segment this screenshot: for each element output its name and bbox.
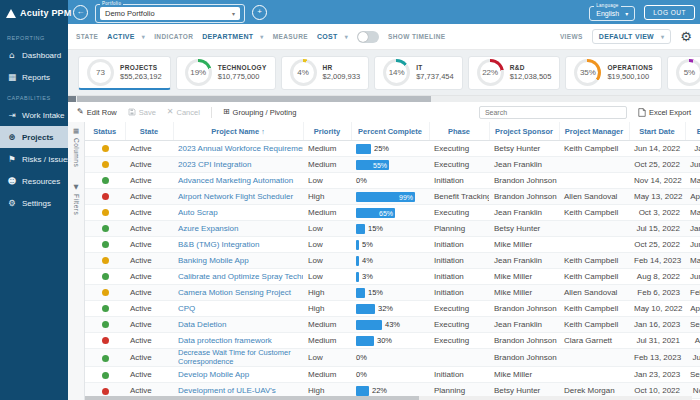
phase-cell[interactable]: Executing — [429, 205, 489, 221]
grouping-pivoting-button[interactable]: ⊞ Grouping / Pivoting — [223, 108, 297, 117]
state-cell[interactable]: Active — [125, 237, 173, 253]
end-date-cell[interactable]: Sep 10, 2023 — [685, 367, 700, 383]
state-cell[interactable]: Active — [125, 285, 173, 301]
table-row[interactable]: Active2023 Annual Workforce Requirements… — [85, 141, 700, 157]
project-sponsor-cell[interactable]: Mike Miller — [489, 237, 559, 253]
priority-cell[interactable]: Medium — [303, 157, 351, 173]
priority-cell[interactable]: Low — [303, 173, 351, 189]
project-manager-cell[interactable]: Keith Campbell — [559, 317, 629, 333]
project-name-link[interactable]: CPQ — [173, 301, 303, 317]
percent-complete-cell[interactable]: 0% — [351, 367, 429, 383]
table-scrollbar-thumb[interactable] — [85, 396, 419, 400]
state-select[interactable]: ACTIVE ▾ — [107, 33, 145, 40]
percent-complete-cell[interactable]: 43% — [351, 317, 429, 333]
project-manager-cell[interactable]: Allen Sandoval — [559, 285, 629, 301]
table-row[interactable]: ActiveCPQHigh32%ExecutingBrandon Johnson… — [85, 301, 700, 317]
status-cell[interactable] — [85, 141, 125, 157]
indicator-select[interactable]: DEPARTMENT ▾ — [202, 33, 263, 40]
filters-panel-tab[interactable]: ▼ Filters — [73, 183, 80, 215]
percent-complete-cell[interactable]: 99% — [351, 189, 429, 205]
status-cell[interactable] — [85, 237, 125, 253]
start-date-cell[interactable]: Jul 15, 2022 — [629, 221, 685, 237]
phase-cell[interactable]: Initiation — [429, 269, 489, 285]
project-name-link[interactable]: Data protection framework — [173, 333, 303, 349]
priority-cell[interactable]: Medium — [303, 317, 351, 333]
column-header-percent-complete[interactable]: Percent Complete — [351, 122, 429, 141]
start-date-cell[interactable]: Jun 14, 2022 — [629, 141, 685, 157]
project-name-link[interactable]: B&B (TMG) Integration — [173, 237, 303, 253]
priority-cell[interactable]: High — [303, 189, 351, 205]
state-cell[interactable]: Active — [125, 173, 173, 189]
end-date-cell[interactable]: Jun 26, 2023 — [685, 237, 700, 253]
project-sponsor-cell[interactable]: Brandon Johnson — [489, 333, 559, 349]
project-name-link[interactable]: Decrease Wait Time for Customer Correspo… — [173, 349, 303, 367]
status-cell[interactable] — [85, 367, 125, 383]
priority-cell[interactable]: Medium — [303, 141, 351, 157]
project-manager-cell[interactable]: Keith Campbell — [559, 301, 629, 317]
status-cell[interactable] — [85, 189, 125, 205]
end-date-cell[interactable]: Sep 20, 2023 — [685, 317, 700, 333]
kpi-card-it[interactable]: 14%IT$7,737,454 — [374, 56, 463, 90]
column-header-priority[interactable]: Priority — [303, 122, 351, 141]
table-row[interactable]: ActiveAzure ExpansionLow15%PlanningBetsy… — [85, 221, 700, 237]
project-manager-cell[interactable]: Keith Campbell — [559, 253, 629, 269]
sidebar-item-projects[interactable]: ⊛Projects — [0, 126, 68, 148]
status-cell[interactable] — [85, 221, 125, 237]
show-timeline-toggle[interactable] — [357, 31, 379, 43]
table-row[interactable]: ActiveCamera Motion Sensing ProjectHigh1… — [85, 285, 700, 301]
percent-complete-cell[interactable]: 3% — [351, 269, 429, 285]
start-date-cell[interactable]: Oct 25, 2022 — [629, 157, 685, 173]
phase-cell[interactable]: Initiation — [429, 173, 489, 189]
kpi-card-rd[interactable]: 22%R&D$12,038,505 — [468, 56, 561, 90]
project-sponsor-cell[interactable]: Brandon Johnson — [489, 349, 559, 367]
project-manager-cell[interactable] — [559, 173, 629, 189]
project-sponsor-cell[interactable]: Brandon Johnson — [489, 301, 559, 317]
status-cell[interactable] — [85, 285, 125, 301]
sidebar-item-risks-issues[interactable]: ⚑Risks / Issues — [0, 148, 68, 170]
start-date-cell[interactable]: Oct 3, 2022 — [629, 205, 685, 221]
phase-cell[interactable]: Executing — [429, 317, 489, 333]
sidebar-item-work-intake[interactable]: ⇥Work Intake — [0, 104, 68, 126]
project-name-link[interactable]: Azure Expansion — [173, 221, 303, 237]
state-cell[interactable]: Active — [125, 269, 173, 285]
priority-cell[interactable]: High — [303, 301, 351, 317]
percent-complete-cell[interactable]: 4% — [351, 253, 429, 269]
project-name-link[interactable]: 2023 CPI Integration — [173, 157, 303, 173]
project-name-link[interactable]: Airport Network Flight Scheduler — [173, 189, 303, 205]
priority-cell[interactable]: Medium — [303, 205, 351, 221]
project-name-link[interactable]: Banking Mobile App — [173, 253, 303, 269]
percent-complete-cell[interactable]: 30% — [351, 333, 429, 349]
project-name-link[interactable]: Auto Scrap — [173, 205, 303, 221]
priority-cell[interactable]: Low — [303, 237, 351, 253]
views-select[interactable]: DEFAULT VIEW ▾ — [592, 29, 672, 44]
column-header-state[interactable]: State — [125, 122, 173, 141]
state-cell[interactable]: Active — [125, 349, 173, 367]
project-manager-cell[interactable]: Allen Sandoval — [559, 189, 629, 205]
start-date-cell[interactable]: Jan 16, 2023 — [629, 317, 685, 333]
phase-cell[interactable]: Initiation — [429, 367, 489, 383]
project-sponsor-cell[interactable]: Brandon Johnson — [489, 173, 559, 189]
project-manager-cell[interactable]: Clara Garnett — [559, 333, 629, 349]
state-cell[interactable]: Active — [125, 141, 173, 157]
gear-icon[interactable]: ⚙ — [680, 30, 692, 43]
phase-cell[interactable]: Initiation — [429, 237, 489, 253]
project-manager-cell[interactable]: Keith Campbell — [559, 269, 629, 285]
column-header-end-date[interactable]: End Date — [685, 122, 700, 141]
table-row[interactable]: ActiveDevelop Mobile AppMedium0%Initiati… — [85, 367, 700, 383]
percent-complete-cell[interactable]: 55% — [351, 157, 429, 173]
start-date-cell[interactable]: Jan 23, 2023 — [629, 367, 685, 383]
start-date-cell[interactable]: May 10, 2022 — [629, 301, 685, 317]
project-name-link[interactable]: Camera Motion Sensing Project — [173, 285, 303, 301]
project-manager-cell[interactable] — [559, 367, 629, 383]
priority-cell[interactable]: Low — [303, 269, 351, 285]
priority-cell[interactable]: Low — [303, 349, 351, 367]
percent-complete-cell[interactable]: 5% — [351, 237, 429, 253]
project-sponsor-cell[interactable]: Betsy Hunter — [489, 141, 559, 157]
end-date-cell[interactable]: Apr 13, 2023 — [685, 189, 700, 205]
state-cell[interactable]: Active — [125, 301, 173, 317]
project-manager-cell[interactable]: Keith Campbell — [559, 205, 629, 221]
priority-cell[interactable]: Low — [303, 253, 351, 269]
project-sponsor-cell[interactable]: Mike Miller — [489, 285, 559, 301]
state-cell[interactable]: Active — [125, 205, 173, 221]
priority-cell[interactable]: Low — [303, 221, 351, 237]
